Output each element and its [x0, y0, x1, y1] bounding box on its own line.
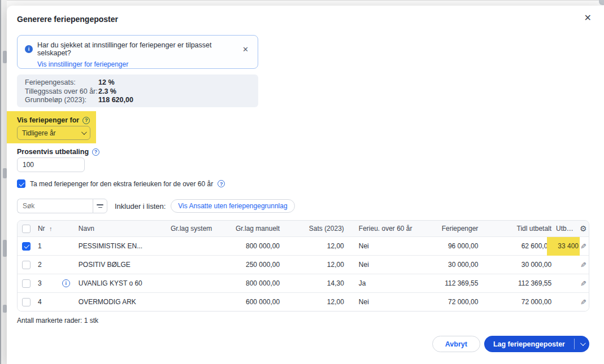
- background-element: [3, 240, 7, 257]
- col-header-grlag-manuelt[interactable]: Gr.lag manuelt: [214, 225, 282, 233]
- banner-message: Har du sjekket at innstillinger for feri…: [37, 41, 238, 57]
- submit-dropdown-toggle[interactable]: [575, 336, 589, 352]
- rate-value: 12 %: [98, 78, 115, 87]
- over60-checkbox-label: Ta med feriepenger for den ekstra ferieu…: [30, 180, 213, 188]
- sort-asc-icon: ↑: [49, 225, 53, 232]
- info-icon: i: [25, 45, 33, 53]
- select-all-checkbox[interactable]: [22, 225, 31, 233]
- modal-close-icon[interactable]: ✕: [584, 14, 592, 23]
- chevron-down-icon: [580, 340, 585, 346]
- show-for-label: Vis feriepenger for: [17, 116, 79, 124]
- gear-icon[interactable]: ⚙: [580, 224, 587, 233]
- table-row[interactable]: 2 POSITIV BØLGE 250 000,00 12,00 Nei 30 …: [18, 255, 589, 274]
- filter-button[interactable]: [93, 199, 107, 213]
- table-header-row: Nr ↑ Navn Gr.lag system Gr.lag manuelt S…: [18, 221, 589, 236]
- over60-checkbox[interactable]: [17, 179, 25, 188]
- col-header-feriepenger[interactable]: Feriepenger: [425, 225, 481, 233]
- selected-rows-count: Antall markerte rader: 1 stk: [17, 317, 98, 324]
- row-navn: OVERMODIG ARK: [76, 298, 167, 306]
- row-checkbox[interactable]: [22, 279, 31, 288]
- row-nr: 3: [36, 279, 56, 287]
- edit-pencil-icon[interactable]: ✎: [580, 242, 586, 251]
- show-for-highlight: Vis feriepenger for ? Tidligere år: [7, 111, 96, 143]
- show-settings-link[interactable]: Vis innstillinger for feriepenger: [37, 60, 128, 68]
- row-checkbox[interactable]: [22, 242, 31, 251]
- rate-label: Tilleggssats over 60 år:: [25, 87, 98, 97]
- col-header-nr[interactable]: Nr ↑: [36, 225, 56, 233]
- row-checkbox[interactable]: [22, 298, 31, 306]
- col-header-navn[interactable]: Navn: [76, 225, 167, 233]
- page-top-edge: [0, 0, 604, 1]
- help-icon[interactable]: ?: [218, 180, 225, 187]
- info-icon[interactable]: i: [62, 279, 70, 287]
- include-label: Inkluder i listen:: [115, 202, 166, 210]
- help-icon[interactable]: ?: [82, 117, 90, 124]
- col-header-grlag-system[interactable]: Gr.lag system: [166, 225, 214, 233]
- rate-label: Grunnbeløp (2023):: [25, 96, 98, 105]
- col-header-sats[interactable]: Sats (2023): [282, 225, 346, 233]
- show-for-dropdown-value: Tidligere år: [22, 129, 56, 137]
- page-left-edge: [0, 0, 7, 364]
- background-element: [3, 168, 7, 178]
- submit-button-label[interactable]: Lag feriepengeposter: [484, 336, 574, 352]
- col-header-utbetales[interactable]: Utbe...: [554, 225, 577, 233]
- row-nr: 4: [36, 298, 56, 306]
- row-navn: UVANLIG KYST o 60: [76, 279, 167, 287]
- percent-payout-input[interactable]: [17, 157, 85, 172]
- show-employees-without-basis-button[interactable]: Vis Ansatte uten feriepengegrunnlag: [171, 199, 294, 213]
- banner-close-icon[interactable]: ✕: [242, 45, 249, 54]
- utbetales-highlight: 33 400: [547, 237, 580, 256]
- table-row[interactable]: 1 PESSIMISTISK EN... 800 000,00 12,00 Ne…: [18, 236, 589, 255]
- rate-value: 118 620,00: [98, 96, 133, 105]
- cancel-button[interactable]: Avbryt: [432, 336, 480, 352]
- page-corner-element: [599, 0, 604, 5]
- settings-check-banner: i Har du sjekket at innstillinger for fe…: [17, 35, 258, 69]
- row-nr: 2: [36, 261, 56, 269]
- edit-pencil-icon[interactable]: ✎: [580, 261, 586, 269]
- search-input[interactable]: [17, 199, 93, 213]
- edit-pencil-icon[interactable]: ✎: [580, 279, 586, 288]
- edit-pencil-icon[interactable]: ✎: [580, 298, 586, 306]
- row-navn: PESSIMISTISK EN...: [76, 242, 167, 250]
- modal-title: Generere feriepengeposter: [17, 15, 118, 24]
- background-element: [3, 51, 7, 63]
- chevron-down-icon: [81, 129, 87, 135]
- row-nr: 1: [36, 242, 56, 250]
- percent-payout-label: Prosentvis utbetaling: [17, 148, 89, 156]
- filter-icon: [97, 204, 103, 205]
- help-icon[interactable]: ?: [92, 148, 99, 156]
- submit-split-button[interactable]: Lag feriepengeposter: [484, 336, 589, 352]
- table-row[interactable]: 3 i UVANLIG KYST o 60 800 000,00 14,30 J…: [18, 274, 589, 292]
- rate-value: 2.3 %: [98, 87, 116, 97]
- table-row[interactable]: 4 OVERMODIG ARK 600 000,00 12,00 Nei 72 …: [18, 292, 589, 311]
- employees-table: Nr ↑ Navn Gr.lag system Gr.lag manuelt S…: [17, 220, 589, 312]
- background-element: [3, 305, 7, 313]
- col-header-ferieu[interactable]: Ferieu. over 60 år: [346, 225, 425, 233]
- col-header-tidl-utbetalt[interactable]: Tidl utbetalt: [480, 225, 554, 233]
- row-checkbox[interactable]: [22, 261, 31, 269]
- rates-summary-box: Feriepengesats: 12 % Tilleggssats over 6…: [17, 74, 258, 107]
- rate-label: Feriepengesats:: [25, 78, 98, 87]
- show-for-dropdown[interactable]: Tidligere år: [17, 126, 90, 140]
- generate-holiday-pay-modal: Generere feriepengeposter ✕ i Har du sje…: [7, 6, 604, 364]
- row-navn: POSITIV BØLGE: [76, 261, 167, 269]
